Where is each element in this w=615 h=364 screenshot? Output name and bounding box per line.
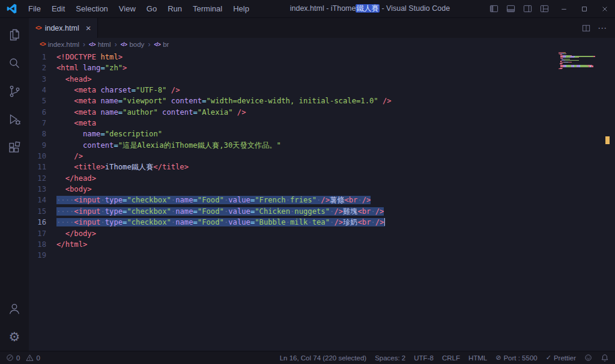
status-prettier[interactable]: ✓Prettier <box>546 354 576 362</box>
code-line-7[interactable]: 7 <meta <box>29 118 615 129</box>
menu-view[interactable]: View <box>114 0 141 17</box>
live-server-port-icon: ⊘ <box>495 354 501 362</box>
line-number: 4 <box>29 85 56 96</box>
line-number: 7 <box>29 118 56 129</box>
line-number: 8 <box>29 129 56 139</box>
explorer-icon[interactable] <box>0 20 29 49</box>
search-icon[interactable] <box>0 49 29 77</box>
feedback-smiley-icon[interactable] <box>584 354 592 362</box>
menu-help[interactable]: Help <box>228 0 255 17</box>
toggle-panel-icon[interactable] <box>502 0 519 17</box>
maximize-icon[interactable] <box>574 0 595 17</box>
warning-icon <box>26 354 34 362</box>
code-line-15[interactable]: 15····<input·type="checkbox"·name="Food"… <box>29 206 615 217</box>
code-line-11[interactable]: 11 <title>iThome鐵人賽</title> <box>29 162 615 172</box>
breadcrumb-separator: › <box>83 40 85 49</box>
toggle-sidebar-right-icon[interactable] <box>519 0 536 17</box>
menu-bar: FileEditSelectionViewGoRunTerminalHelp <box>23 0 255 17</box>
title-bar: FileEditSelectionViewGoRunTerminalHelp i… <box>0 0 615 18</box>
error-icon <box>6 354 14 362</box>
breadcrumb-file[interactable]: index.html <box>48 41 79 48</box>
tab-close-icon[interactable]: × <box>86 23 91 32</box>
line-number: 2 <box>29 62 56 73</box>
code-line-17[interactable]: 17 </body> <box>29 228 615 239</box>
line-number: 17 <box>29 228 56 239</box>
menu-edit[interactable]: Edit <box>46 0 70 17</box>
code-line-14[interactable]: 14····<input·type="checkbox"·name="Food"… <box>29 195 615 205</box>
line-number: 14 <box>29 195 56 205</box>
line-number: 6 <box>29 107 56 118</box>
title-highlight: 鐵人賽 <box>356 4 380 13</box>
status-indentation[interactable]: Spaces: 2 <box>375 354 405 362</box>
minimize-icon[interactable] <box>554 0 574 17</box>
code-line-2[interactable]: 2<html lang="zh"> <box>29 62 615 73</box>
status-bar: 0 0 Ln 16, Col 74 (220 selected)Spaces: … <box>0 351 615 364</box>
window-title: index.html - iThome鐵人賽 - Visual Studio C… <box>255 4 485 14</box>
code-line-13[interactable]: 13 <body> <box>29 184 615 195</box>
toggle-sidebar-left-icon[interactable] <box>485 0 502 17</box>
account-icon[interactable] <box>0 294 29 323</box>
menu-run[interactable]: Run <box>162 0 187 17</box>
source-control-icon[interactable] <box>0 77 29 105</box>
settings-gear-icon[interactable]: ⚙ <box>0 323 29 351</box>
split-editor-icon[interactable] <box>582 24 590 32</box>
html-file-icon: <> <box>35 25 41 31</box>
line-number: 12 <box>29 173 56 184</box>
layout-controls <box>485 0 553 17</box>
status-cursor-position[interactable]: Ln 16, Col 74 (220 selected) <box>280 354 366 362</box>
status-items: Ln 16, Col 74 (220 selected)Spaces: 2UTF… <box>280 354 576 362</box>
breadcrumb-separator: › <box>115 40 117 49</box>
notifications-bell-icon[interactable] <box>601 354 609 362</box>
symbol-tag-icon: </> <box>89 41 95 47</box>
status-encoding[interactable]: UTF-8 <box>414 354 434 362</box>
line-number: 11 <box>29 162 56 172</box>
line-number: 13 <box>29 184 56 195</box>
breadcrumb-html[interactable]: html <box>98 41 111 48</box>
menu-go[interactable]: Go <box>141 0 162 17</box>
breadcrumb-br[interactable]: br <box>163 41 169 48</box>
minimap[interactable] <box>559 52 605 70</box>
tab-actions: ⋯ <box>582 18 615 38</box>
status-language-mode[interactable]: HTML <box>468 354 487 362</box>
code-line-19[interactable]: 19 <box>29 250 615 261</box>
code-line-3[interactable]: 3 <head> <box>29 74 615 85</box>
menu-file[interactable]: File <box>23 0 46 17</box>
more-actions-icon[interactable]: ⋯ <box>598 23 607 34</box>
breadcrumb-symbols: ›</>html›</>body›</>br <box>82 40 169 49</box>
code-line-4[interactable]: 4 <meta charset="UTF-8" /> <box>29 85 615 96</box>
code-line-16[interactable]: 16····<input·type="checkbox"·name="Food"… <box>29 217 615 228</box>
breadcrumb-body[interactable]: body <box>129 41 144 48</box>
code-line-18[interactable]: 18</html> <box>29 239 615 250</box>
vscode-window: FileEditSelectionViewGoRunTerminalHelp i… <box>0 0 615 364</box>
menu-selection[interactable]: Selection <box>70 0 113 17</box>
line-number: 9 <box>29 140 56 151</box>
code-line-8[interactable]: 8 name="description" <box>29 129 615 139</box>
window-controls <box>554 0 615 17</box>
activity-bar: ⚙ <box>0 18 29 351</box>
code-line-10[interactable]: 10 /> <box>29 151 615 162</box>
tab-label: index.html <box>45 24 79 32</box>
code-lines: 1<!DOCTYPE html>2<html lang="zh">3 <head… <box>29 52 615 261</box>
error-count: 0 <box>16 354 20 362</box>
breadcrumb-separator: › <box>148 40 150 49</box>
editor[interactable]: 1<!DOCTYPE html>2<html lang="zh">3 <head… <box>29 50 615 351</box>
code-line-1[interactable]: 1<!DOCTYPE html> <box>29 52 615 62</box>
code-line-5[interactable]: 5 <meta name="viewport" content="width=d… <box>29 96 615 106</box>
status-live-server-port[interactable]: ⊘Port : 5500 <box>495 354 537 362</box>
extensions-icon[interactable] <box>0 133 29 162</box>
customize-layout-icon[interactable] <box>536 0 553 17</box>
line-number: 3 <box>29 74 56 85</box>
code-line-12[interactable]: 12 </head> <box>29 173 615 184</box>
close-icon[interactable] <box>595 0 615 17</box>
line-number: 19 <box>29 250 56 261</box>
menu-terminal[interactable]: Terminal <box>187 0 228 17</box>
tab-bar: <> index.html × ⋯ <box>29 18 615 38</box>
code-line-6[interactable]: 6 <meta name="author" content="Alexia" /… <box>29 107 615 118</box>
run-debug-icon[interactable] <box>0 105 29 133</box>
status-problems[interactable]: 0 0 <box>6 354 44 362</box>
code-line-9[interactable]: 9 content="這是Alexia的iThome鐵人賽,30天發文作品。" <box>29 140 615 151</box>
status-eol[interactable]: CRLF <box>442 354 460 362</box>
overview-ruler-marker <box>605 136 610 144</box>
tab-index-html[interactable]: <> index.html × <box>29 18 98 38</box>
line-number: 15 <box>29 206 56 217</box>
